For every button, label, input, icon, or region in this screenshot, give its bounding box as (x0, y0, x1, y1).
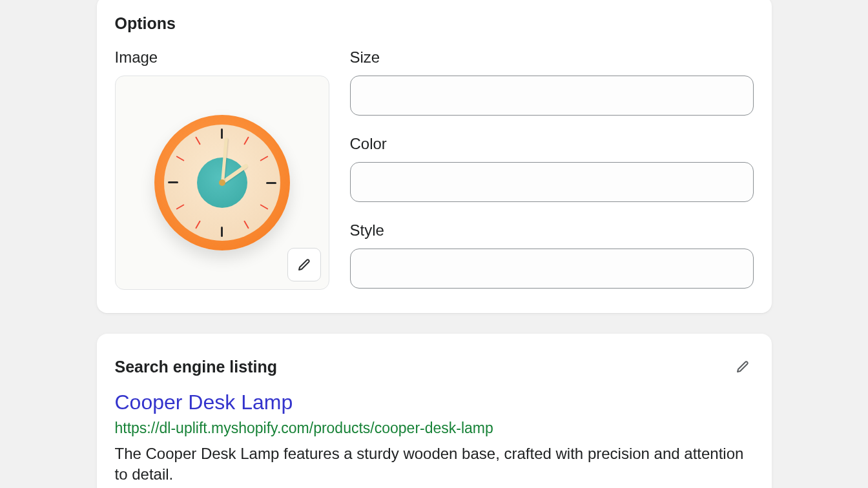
seo-heading: Search engine listing (115, 358, 277, 376)
style-field-group: Style (350, 221, 754, 289)
seo-header: Search engine listing (115, 356, 754, 378)
product-image-clock (154, 115, 290, 250)
color-label: Color (350, 135, 754, 153)
seo-description: The Cooper Desk Lamp features a sturdy w… (115, 443, 754, 485)
color-field-group: Color (350, 135, 754, 202)
seo-card: Search engine listing Cooper Desk Lamp h… (97, 334, 772, 488)
style-label: Style (350, 221, 754, 239)
edit-seo-button[interactable] (732, 356, 754, 378)
color-input[interactable] (350, 162, 754, 202)
edit-image-button[interactable] (287, 248, 321, 281)
size-input[interactable] (350, 76, 754, 116)
image-label: Image (115, 48, 329, 66)
product-image-tile[interactable] (115, 76, 329, 290)
options-card: Options Image (97, 0, 772, 313)
seo-url: https://dl-uplift.myshopify.com/products… (115, 420, 754, 437)
pencil-icon (296, 257, 312, 272)
pencil-icon (735, 359, 750, 374)
image-column: Image (115, 48, 329, 290)
options-body: Image (115, 48, 754, 290)
size-label: Size (350, 48, 754, 66)
fields-column: Size Color Style (350, 48, 754, 290)
style-input[interactable] (350, 249, 754, 289)
options-heading: Options (115, 14, 754, 33)
seo-title: Cooper Desk Lamp (115, 391, 754, 414)
size-field-group: Size (350, 48, 754, 116)
